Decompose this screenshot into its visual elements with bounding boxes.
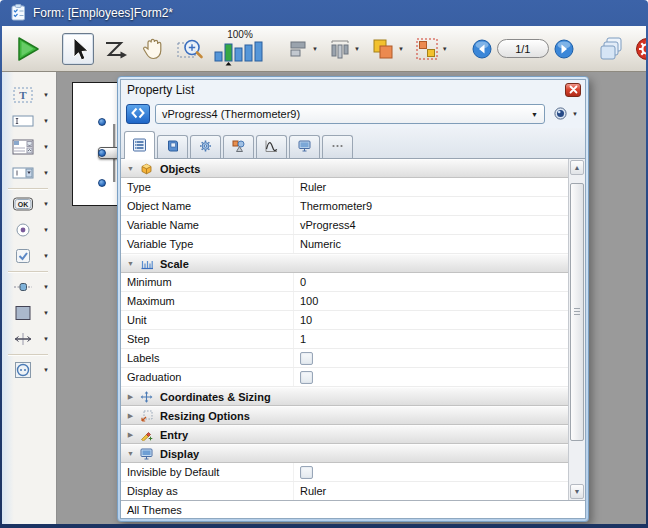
property-checkbox-cell	[293, 368, 568, 386]
theme-filter-bar[interactable]: All Themes	[121, 500, 585, 518]
section-scale[interactable]: ▼Scale	[121, 254, 568, 273]
book-icon	[165, 139, 180, 155]
scroll-thumb[interactable]	[570, 183, 584, 441]
sidebar-listbox-tool[interactable]: ▼	[9, 136, 54, 158]
zoom-level-widget[interactable]: 100%	[214, 29, 266, 68]
sidebar-combobox-tool[interactable]: ▼	[9, 162, 54, 184]
chevron-down-icon[interactable]: ▼	[43, 92, 49, 98]
align-objects-button[interactable]: ▼	[286, 37, 321, 61]
expand-triangle-icon[interactable]: ▶	[125, 412, 136, 420]
section-coordinates-sizing[interactable]: ▶Coordinates & Sizing	[121, 387, 568, 406]
tab-list[interactable]	[124, 131, 155, 159]
sidebar-radio-tool[interactable]: ▼	[9, 219, 54, 241]
property-value[interactable]: 1	[293, 330, 568, 348]
chevron-down-icon[interactable]: ▼	[43, 201, 49, 207]
section-display[interactable]: ▼Display	[121, 444, 568, 463]
collapse-triangle-icon[interactable]: ▼	[125, 450, 136, 457]
expand-triangle-icon[interactable]: ▶	[125, 431, 136, 439]
property-value[interactable]: 10	[293, 311, 568, 329]
chevron-down-icon[interactable]: ▼	[43, 367, 49, 373]
sidebar-splitter-tool[interactable]: ▼	[9, 328, 54, 350]
chevron-down-icon[interactable]: ▼	[43, 144, 49, 150]
scroll-up-button[interactable]: ▲	[570, 160, 584, 175]
property-row-maximum: Maximum100	[121, 292, 568, 311]
selection-handle[interactable]	[98, 179, 106, 187]
collapse-triangle-icon[interactable]: ▼	[125, 260, 136, 267]
page-indicator: 1/1	[497, 39, 549, 58]
zoom-tool-button[interactable]	[173, 34, 207, 64]
scroll-grip-icon	[574, 308, 580, 316]
chevron-down-icon[interactable]: ▼	[43, 336, 49, 342]
sidebar-rectangle-tool[interactable]: ▼	[9, 302, 54, 324]
listbox-tool-icon	[9, 136, 37, 158]
tab-book[interactable]	[157, 135, 188, 158]
tab-curve[interactable]	[256, 135, 287, 158]
pan-tool-button[interactable]	[136, 34, 168, 64]
property-value[interactable]: Ruler	[293, 178, 568, 196]
collapse-triangle-icon[interactable]: ▼	[125, 165, 136, 172]
display-tab-icon	[297, 139, 312, 155]
display-icon	[140, 448, 156, 460]
group-objects-button[interactable]: ▼	[412, 35, 451, 63]
code-button[interactable]	[126, 104, 150, 124]
property-value[interactable]: Thermometer9	[293, 197, 568, 215]
chevron-down-icon[interactable]: ▼	[354, 46, 360, 52]
tab-gear[interactable]	[190, 135, 221, 158]
property-value[interactable]: Ruler	[293, 482, 568, 500]
previous-page-button[interactable]	[472, 39, 492, 59]
next-page-button[interactable]	[554, 39, 574, 59]
property-value[interactable]: 100	[293, 292, 568, 310]
titlebar[interactable]: Form: [Employees]Form2*	[2, 0, 646, 26]
object-selector[interactable]: vProgress4 (Thermometer9) ▼	[155, 104, 545, 124]
chevron-down-icon[interactable]: ▼	[312, 46, 318, 52]
entry-order-tool-button[interactable]	[99, 35, 131, 63]
zoom-bars-icon[interactable]	[214, 40, 266, 68]
close-button[interactable]	[565, 83, 581, 97]
tab-monitor[interactable]	[289, 135, 320, 158]
property-list-titlebar[interactable]: Property List	[121, 80, 585, 100]
property-row-type: TypeRuler	[121, 178, 568, 197]
graduation-checkbox[interactable]	[300, 371, 313, 384]
form-pages-button[interactable]	[595, 34, 627, 64]
theme-visibility-button[interactable]: ▼	[550, 107, 580, 122]
distribute-objects-button[interactable]: ▼	[326, 37, 363, 61]
sidebar-plugin-tool[interactable]: ▼	[9, 359, 54, 381]
tab-more[interactable]	[322, 135, 353, 158]
cursor-icon	[66, 36, 90, 62]
scrollbar[interactable]: ▲ ▼	[568, 159, 585, 500]
form-settings-button[interactable]: ▼	[632, 35, 646, 63]
property-checkbox-cell	[293, 463, 568, 481]
selection-tool-button[interactable]	[62, 33, 94, 65]
property-value[interactable]: Numeric	[293, 235, 568, 253]
section-objects[interactable]: ▼Objects	[121, 159, 568, 178]
labels-checkbox[interactable]	[300, 352, 313, 365]
sidebar-input-tool[interactable]: ▼	[9, 110, 54, 132]
section-resizing-options[interactable]: ▶Resizing Options	[121, 406, 568, 425]
chevron-down-icon[interactable]: ▼	[43, 227, 49, 233]
chevron-down-icon[interactable]: ▼	[43, 118, 49, 124]
chevron-down-icon[interactable]: ▼	[43, 310, 49, 316]
chevron-down-icon[interactable]: ▼	[43, 253, 49, 259]
sidebar-button-tool[interactable]: OK▼	[9, 193, 54, 215]
section-entry[interactable]: ▶Entry	[121, 425, 568, 444]
align-icon	[289, 39, 309, 59]
expand-triangle-icon[interactable]: ▶	[125, 393, 136, 401]
combobox-tool-icon	[9, 162, 37, 184]
chevron-down-icon[interactable]: ▼	[43, 284, 49, 290]
chevron-down-icon[interactable]: ▼	[442, 46, 448, 52]
sidebar-checkbox-tool[interactable]: ▼	[9, 245, 54, 267]
sidebar-text-tool[interactable]: T▼	[9, 84, 54, 106]
sidebar-slider-tool[interactable]: ▼	[9, 276, 54, 298]
theme-filter-text: All Themes	[127, 504, 182, 516]
tab-shapes[interactable]	[223, 135, 254, 158]
invisible-by-default-checkbox[interactable]	[300, 466, 313, 479]
scroll-down-button[interactable]: ▼	[570, 484, 584, 499]
selection-handle[interactable]	[98, 149, 106, 157]
execute-form-button[interactable]	[10, 33, 44, 65]
property-value[interactable]: vProgress4	[293, 216, 568, 234]
property-value[interactable]: 0	[293, 273, 568, 291]
chevron-down-icon[interactable]: ▼	[398, 46, 404, 52]
object-level-button[interactable]: ▼	[368, 35, 407, 63]
selection-handle[interactable]	[98, 118, 106, 126]
chevron-down-icon[interactable]: ▼	[43, 170, 49, 176]
